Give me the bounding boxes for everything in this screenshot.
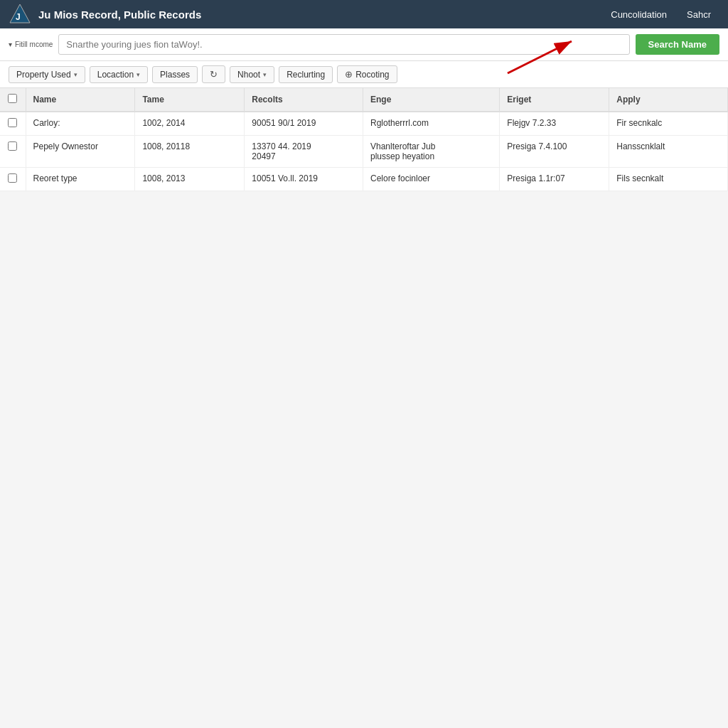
search-button[interactable]: Search Name [636,34,719,55]
nhoot-label: Nhoot [237,70,260,80]
phases-label: Plasses [160,70,190,80]
row-cell-tame: 1008, 2013 [135,168,245,191]
table-row: Carloy:1002, 201490051 90/1 2019Rglother… [0,112,728,136]
table-row: Pepely Ownestor1008, 2011813370 44. 2019… [0,136,728,168]
app-logo: J [9,3,31,26]
row-checkbox[interactable] [8,141,17,151]
top-nav: J Ju Mios Record, Public Records Cuncoli… [0,0,728,28]
results-table-container: Name Tame Recolts Enge Eriget Apply [0,88,728,191]
filter-row: Property Used ▾ Locaction ▾ Plasses ↻ Nh… [0,61,728,88]
select-all-checkbox[interactable] [8,94,17,103]
chevron-down-icon: ▾ [9,41,12,48]
refresh-icon: ↻ [210,69,218,80]
property-used-label: Property Used [16,70,71,80]
row-checkbox-cell [0,112,26,136]
row-cell-apply: Hansscnklalt [609,136,728,168]
row-cell-eriget: Flejgv 7.2.33 [500,112,609,136]
nhoot-filter[interactable]: Nhoot ▾ [230,66,274,83]
chevron-down-icon: ▾ [263,71,267,78]
row-cell-recolts: 90051 90/1 2019 [245,112,363,136]
app-title: Ju Mios Record, Public Records [38,9,602,21]
phases-filter[interactable]: Plasses [152,66,198,83]
chevron-down-icon: ▾ [136,71,140,78]
results-table: Name Tame Recolts Enge Eriget Apply [0,88,728,191]
table-row: Reoret type1008, 201310051 Vo.ll. 2019Ce… [0,168,728,191]
table-header: Name Tame Recolts Enge Eriget Apply [0,88,728,112]
search-bar-row: ▾ Fitill mcome Snarthe youring jues fion… [0,28,728,61]
row-cell-apply: Fils secnkalt [609,168,728,191]
recruiting-label: Reclurting [287,70,325,80]
location-label: Locaction [97,70,134,80]
row-checkbox-cell [0,136,26,168]
nav-actions: Cuncolidation Sahcr [602,6,719,23]
routing-icon: ⊕ [345,69,353,80]
filter-toggle-label: Fitill mcome [15,41,53,48]
row-checkbox[interactable] [8,173,17,183]
row-cell-recolts: 13370 44. 2019 20497 [245,136,363,168]
row-checkbox-cell [0,168,26,191]
row-cell-eriget: Presiga 1.1r:07 [500,168,609,191]
col-header-apply: Apply [609,88,728,112]
consolidation-button[interactable]: Cuncolidation [602,6,675,23]
row-cell-eriget: Presiga 7.4.100 [500,136,609,168]
filter-toggle[interactable]: ▾ Fitill mcome [9,41,53,48]
search-nav-button[interactable]: Sahcr [678,6,719,23]
row-cell-tame: 1008, 20118 [135,136,245,168]
chevron-down-icon: ▾ [74,71,77,78]
col-header-eriget: Eriget [500,88,609,112]
row-cell-enge: Rglotherrrl.com [363,112,500,136]
row-cell-name: Pepely Ownestor [26,136,135,168]
col-header-tame: Tame [135,88,245,112]
row-cell-recolts: 10051 Vo.ll. 2019 [245,168,363,191]
row-cell-name: Reoret type [26,168,135,191]
row-cell-name: Carloy: [26,112,135,136]
routing-filter[interactable]: ⊕ Rocoting [337,65,397,83]
recruiting-filter[interactable]: Reclurting [279,66,333,83]
table-body: Carloy:1002, 201490051 90/1 2019Rglother… [0,112,728,191]
routing-label: Rocoting [355,70,389,80]
refresh-filter[interactable]: ↻ [202,65,225,83]
location-filter[interactable]: Locaction ▾ [90,66,148,83]
property-used-filter[interactable]: Property Used ▾ [9,66,85,83]
row-cell-tame: 1002, 2014 [135,112,245,136]
svg-text:J: J [16,12,21,22]
row-checkbox[interactable] [8,118,17,127]
row-cell-apply: Fir secnkalc [609,112,728,136]
search-input[interactable]: Snarthe youring jues fion taWoy!. [58,34,629,55]
col-header-recolts: Recolts [245,88,363,112]
col-header-name: Name [26,88,135,112]
row-cell-enge: Vhanlteroftar Jub plussep heyation [363,136,500,168]
col-checkbox [0,88,26,112]
col-header-enge: Enge [363,88,500,112]
row-cell-enge: Celore focinloer [363,168,500,191]
